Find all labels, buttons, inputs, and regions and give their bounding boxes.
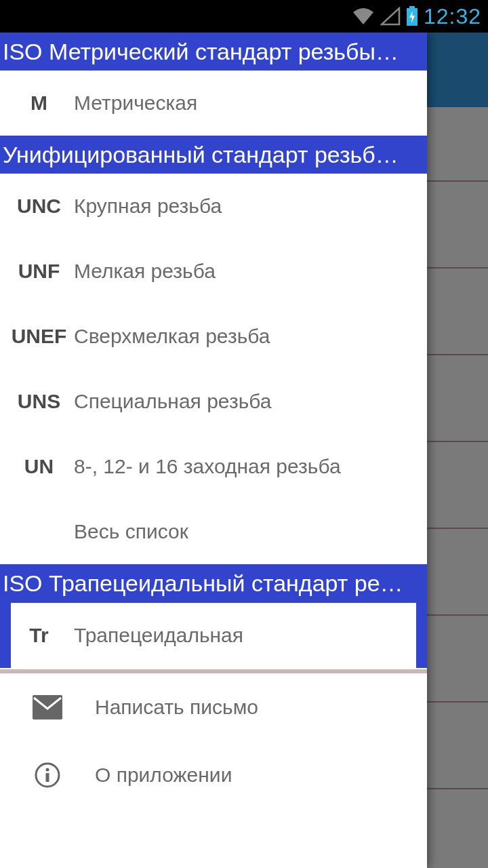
thread-code: UNC [7,195,71,218]
signal-icon [380,7,401,26]
footer-item-email[interactable]: Написать письмо [0,673,427,741]
footer-label: О приложении [88,764,232,787]
thread-label: Сверхмелкая резьба [71,325,270,348]
thread-code: Tr [7,624,71,647]
email-icon [7,695,88,719]
thread-label: 8-, 12- и 16 заходная резьба [71,455,341,478]
thread-code: UNF [7,260,71,283]
thread-item-all[interactable]: Весь список [0,499,427,564]
footer-item-about[interactable]: О приложении [0,741,427,809]
svg-rect-0 [409,6,415,8]
section-header-unified: Унифицированный стандарт резьб… [0,136,427,174]
thread-code: UNEF [7,325,71,348]
thread-item-unf[interactable]: UNF Мелкая резьба [0,239,427,304]
thread-item-unc[interactable]: UNC Крупная резьба [0,174,427,239]
thread-code: M [7,92,71,115]
thread-label: Специальная резьба [71,390,271,413]
thread-item-tr-selected[interactable]: Tr Трапецеидальная [0,603,427,668]
thread-label: Весь список [71,520,188,543]
thread-code: UN [7,455,71,478]
thread-code: UNS [7,390,71,413]
thread-item-m[interactable]: M Метрическая [0,71,427,136]
svg-point-4 [46,768,49,771]
footer-label: Написать письмо [88,696,258,719]
thread-item-un[interactable]: UN 8-, 12- и 16 заходная резьба [0,434,427,499]
info-icon [7,762,88,789]
section-header-iso-trapezoidal: ISO Трапецеидальный стандарт ре… [0,564,427,602]
status-bar: 12:32 [0,0,488,33]
status-time: 12:32 [424,4,481,29]
thread-label: Мелкая резьба [71,260,216,283]
thread-label: Метрическая [71,92,197,115]
svg-rect-5 [46,773,49,782]
section-header-iso-metric: ISO Метрический стандарт резьбы… [0,33,427,71]
thread-item-unef[interactable]: UNEF Сверхмелкая резьба [0,304,427,369]
wifi-icon [352,7,375,26]
battery-icon [406,6,418,26]
thread-item-uns[interactable]: UNS Специальная резьба [0,369,427,434]
navigation-drawer: ISO Метрический стандарт резьбы… M Метри… [0,33,427,868]
svg-rect-2 [33,695,62,719]
thread-label: Трапецеидальная [71,624,243,647]
thread-label: Крупная резьба [71,195,222,218]
